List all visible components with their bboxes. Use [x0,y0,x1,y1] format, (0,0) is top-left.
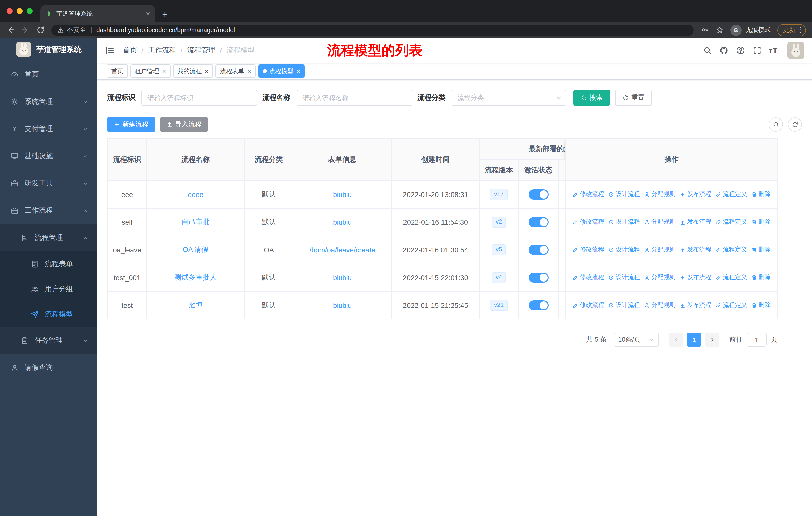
window-close-button[interactable] [6,8,12,14]
new-tab-button[interactable]: + [162,9,168,19]
process-name-link[interactable]: OA 请假 [183,245,209,253]
action-delete[interactable]: 删除 [751,273,771,282]
sidebar-item-process-mgmt[interactable]: 流程管理 [0,224,97,251]
breadcrumb-home[interactable]: 首页 [123,46,137,55]
action-definition[interactable]: 流程定义 [715,190,747,199]
sidebar-item-payment[interactable]: 支付管理 [0,115,97,143]
action-assign[interactable]: 分配规则 [644,190,675,199]
address-bar[interactable]: 不安全 dashboard.yudao.iocoder.cn/bpm/manag… [51,24,694,35]
avatar[interactable] [787,42,805,59]
tab-close-icon[interactable]: × [162,68,166,74]
form-info-link[interactable]: biubiu [333,301,352,309]
action-delete[interactable]: 删除 [751,246,771,254]
font-size-icon[interactable]: тT [769,46,778,54]
sidebar-item-home[interactable]: 首页 [0,61,97,88]
sidebar-item-devtools[interactable]: 研发工具 [0,170,97,197]
prev-page-button[interactable] [669,332,683,347]
action-design[interactable]: 设计流程 [608,301,640,310]
process-name-input[interactable] [296,90,412,106]
browser-tab[interactable]: 芋道管理系统 × [40,5,155,22]
sidebar-item-workflow[interactable]: 工作流程 [0,197,97,224]
version-badge[interactable]: v2 [492,217,506,227]
refresh-table-button[interactable] [788,117,802,132]
process-name-link[interactable]: 滔博 [188,301,203,309]
action-delete[interactable]: 删除 [751,301,771,310]
active-toggle[interactable] [528,273,548,283]
tab-home[interactable]: 首页 [107,64,128,78]
active-toggle[interactable] [528,217,548,227]
action-assign[interactable]: 分配规则 [644,273,675,282]
action-definition[interactable]: 流程定义 [715,218,747,226]
action-assign[interactable]: 分配规则 [644,218,675,226]
action-publish[interactable]: 发布流程 [679,218,711,226]
tab-tenant-mgmt[interactable]: 租户管理× [130,64,170,78]
search-button[interactable]: 搜索 [573,90,610,106]
action-edit[interactable]: 修改流程 [572,273,604,282]
next-page-button[interactable] [705,332,719,347]
goto-page-input[interactable] [747,332,767,347]
process-name-link[interactable]: 自己审批 [181,218,210,226]
process-name-link[interactable]: 测试多审批人 [174,273,217,281]
tab-close-icon[interactable]: × [296,68,300,74]
create-process-button[interactable]: 新建流程 [107,117,155,132]
action-publish[interactable]: 发布流程 [679,273,711,282]
action-definition[interactable]: 流程定义 [715,273,747,282]
kebab-menu-icon[interactable] [796,26,804,34]
version-badge[interactable]: v21 [490,300,508,311]
sidebar-item-infrastructure[interactable]: 基础设施 [0,143,97,170]
form-info-link[interactable]: biubiu [333,218,352,226]
github-icon[interactable] [719,46,728,55]
form-info-link[interactable]: biubiu [333,274,352,282]
back-icon[interactable] [6,26,14,34]
breadcrumb-workflow[interactable]: 工作流程 [148,46,176,55]
action-design[interactable]: 设计流程 [608,190,640,199]
sidebar-collapse-button[interactable] [105,45,115,55]
tab-process-model[interactable]: 流程模型× [258,64,305,78]
tab-process-form[interactable]: 流程表单× [215,64,256,78]
security-label[interactable]: 不安全 [67,26,86,34]
action-assign[interactable]: 分配规则 [644,301,675,310]
reload-icon[interactable] [36,26,45,34]
action-edit[interactable]: 修改流程 [572,218,604,226]
window-zoom-button[interactable] [27,8,33,14]
page-1-button[interactable]: 1 [687,332,701,347]
action-publish[interactable]: 发布流程 [679,246,711,254]
action-edit[interactable]: 修改流程 [572,190,604,199]
sidebar-item-task-mgmt[interactable]: 任务管理 [0,327,97,354]
version-badge[interactable]: v4 [492,272,506,283]
help-icon[interactable] [736,46,745,55]
tab-close-icon[interactable]: × [205,68,208,74]
tab-close-icon[interactable]: × [146,10,150,17]
active-toggle[interactable] [528,300,548,310]
page-size-select[interactable]: 10条/页 [614,332,659,347]
url-text[interactable]: dashboard.yudao.iocoder.cn/bpm/manager/m… [96,26,235,33]
action-publish[interactable]: 发布流程 [679,190,711,199]
form-info-link[interactable]: biubiu [333,190,352,198]
action-design[interactable]: 设计流程 [608,273,640,282]
action-assign[interactable]: 分配规则 [644,246,675,254]
version-badge[interactable]: v5 [492,244,506,255]
category-select[interactable]: 流程分类 [452,90,566,106]
active-toggle[interactable] [528,245,548,255]
window-minimize-button[interactable] [17,8,23,14]
tab-my-process[interactable]: 我的流程× [173,64,213,78]
search-icon[interactable] [702,46,712,55]
toggle-search-button[interactable] [769,117,783,132]
sidebar-item-system[interactable]: 系统管理 [0,88,97,115]
form-info-link[interactable]: /bpm/oa/leave/create [309,246,375,254]
action-publish[interactable]: 发布流程 [679,301,711,310]
version-badge[interactable]: v17 [490,189,508,200]
password-key-icon[interactable] [700,26,709,34]
process-id-input[interactable] [141,90,257,106]
action-design[interactable]: 设计流程 [608,246,640,254]
action-delete[interactable]: 删除 [751,218,771,226]
sidebar-item-leave-query[interactable]: 请假查询 [0,354,97,381]
import-process-button[interactable]: 导入流程 [160,117,208,132]
sidebar-item-process-form[interactable]: 流程表单 [0,251,97,277]
action-design[interactable]: 设计流程 [608,218,640,226]
bookmark-star-icon[interactable] [715,26,724,34]
tab-close-icon[interactable]: × [247,68,251,74]
sidebar-logo[interactable]: 芋道管理系统 [0,38,97,61]
action-definition[interactable]: 流程定义 [715,246,747,254]
forward-icon[interactable] [21,26,30,34]
